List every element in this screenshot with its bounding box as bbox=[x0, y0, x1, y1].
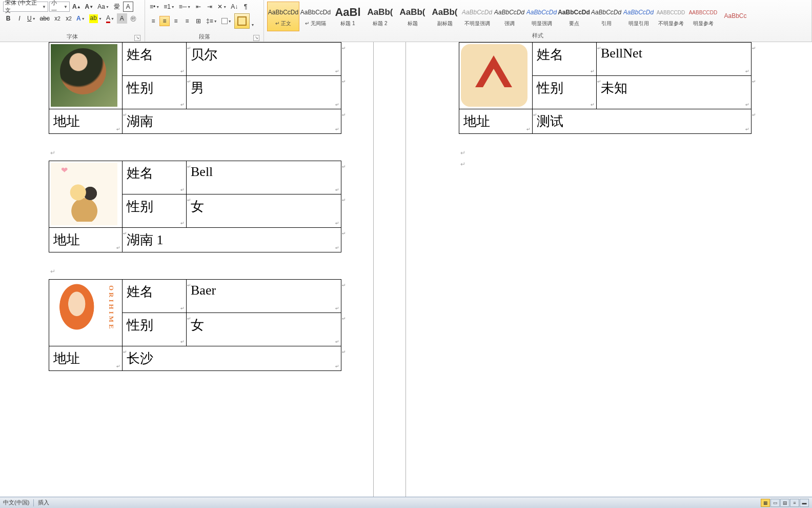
web-layout-view-button[interactable]: ▤ bbox=[780, 499, 789, 507]
profile-card-table[interactable]: 姓名↵↵贝尔↵↵性别↵↵男↵↵地址↵↵湖南↵↵ bbox=[49, 42, 341, 134]
show-marks-button[interactable]: ¶ bbox=[240, 2, 251, 12]
style-preview: AaBbCcDd bbox=[268, 6, 298, 19]
address-value-cell[interactable]: 湖南↵↵ bbox=[123, 109, 341, 134]
strikethrough-button[interactable]: abc bbox=[38, 13, 51, 24]
style-name-label: 明显引用 bbox=[628, 20, 649, 27]
print-layout-view-button[interactable]: ▦ bbox=[761, 499, 770, 507]
gender-value-cell[interactable]: 女↵↵ bbox=[187, 313, 341, 346]
style-name-label: 标题 bbox=[408, 20, 418, 27]
address-value-cell[interactable]: 湖南 1↵↵ bbox=[123, 228, 341, 252]
italic-button[interactable]: I bbox=[14, 13, 25, 24]
distributed-button[interactable]: ⊞ bbox=[193, 16, 204, 26]
address-value-cell[interactable]: 长沙↵↵ bbox=[123, 346, 341, 371]
status-separator bbox=[33, 499, 34, 506]
gender-value-cell[interactable]: 未知↵↵ bbox=[597, 76, 752, 109]
style-item-1[interactable]: AaBbCcDd↵ 无间隔 bbox=[299, 2, 332, 31]
profile-card-table[interactable]: 姓名↵↵BellNet↵↵性别↵↵未知↵↵地址↵↵测试↵↵ bbox=[459, 42, 752, 134]
fullscreen-reading-view-button[interactable]: ▭ bbox=[770, 499, 780, 507]
profile-card-table[interactable]: 姓名↵↵Baer↵↵性别↵↵女↵↵地址↵↵长沙↵↵ bbox=[49, 279, 341, 371]
style-preview: AABBCCDD bbox=[689, 6, 718, 19]
decrease-indent-button[interactable]: ⇤ bbox=[193, 2, 204, 12]
paragraph-dialog-launcher[interactable]: ↘ bbox=[253, 35, 259, 41]
style-preview: AaBb( bbox=[432, 6, 457, 19]
bold-button[interactable]: B bbox=[3, 13, 13, 24]
status-insert-mode[interactable]: 插入 bbox=[38, 499, 49, 506]
name-value-cell[interactable]: Baer↵↵ bbox=[187, 280, 341, 313]
style-item-2[interactable]: AaBl标题 1 bbox=[332, 2, 364, 31]
align-right-button[interactable]: ≡ bbox=[171, 16, 181, 26]
page-2[interactable]: 姓名↵↵BellNet↵↵性别↵↵未知↵↵地址↵↵测试↵↵↵↵ bbox=[410, 42, 812, 497]
style-name-label: 标题 1 bbox=[340, 20, 355, 27]
highlight-button[interactable]: ab▼ bbox=[88, 13, 104, 24]
photo-cell bbox=[459, 43, 533, 109]
style-item-12[interactable]: AABBCCDD不明显参考 bbox=[655, 2, 687, 31]
char-shading-button[interactable]: A bbox=[117, 13, 127, 24]
font-size-combo[interactable]: 小一▼ bbox=[49, 2, 70, 12]
style-item-6[interactable]: AaBbCcDd不明显强调 bbox=[461, 2, 493, 31]
styles-gallery[interactable]: AaBbCcDd↵ 正文AaBbCcDd↵ 无间隔AaBl标题 1AaBb(标题… bbox=[267, 2, 808, 31]
page-gap bbox=[369, 42, 410, 497]
address-label-cell: 地址↵↵ bbox=[459, 109, 533, 134]
align-left-button[interactable]: ≡ bbox=[148, 16, 158, 26]
asian-layout-button[interactable]: ✕▼ bbox=[216, 2, 228, 12]
multilevel-button[interactable]: ≡─▼ bbox=[177, 2, 192, 12]
style-item-10[interactable]: AaBbCcDd引用 bbox=[590, 2, 622, 31]
paragraph-mark: ↵ bbox=[50, 268, 369, 275]
grow-font-button[interactable]: A▲ bbox=[71, 2, 83, 12]
style-preview: AaBb( bbox=[367, 6, 393, 19]
photo-cell bbox=[49, 43, 123, 109]
status-language[interactable]: 中文(中国) bbox=[3, 499, 29, 506]
font-color-button[interactable]: A▼ bbox=[105, 13, 116, 24]
text-effects-button[interactable]: A▼ bbox=[75, 13, 87, 24]
group-font: 宋体 (中文正文▼ 小一▼ A▲ A▼ Aa▼ 愛 A B I U▼ abc x… bbox=[0, 0, 145, 42]
gender-value-cell[interactable]: 女↵↵ bbox=[187, 194, 341, 228]
style-preview: AABBCCDD bbox=[657, 6, 685, 19]
shrink-font-button[interactable]: A▼ bbox=[84, 2, 95, 12]
style-item-3[interactable]: AaBb(标题 2 bbox=[364, 2, 396, 31]
address-label-cell: 地址↵↵ bbox=[49, 346, 123, 371]
bullets-button[interactable]: ≡•▼ bbox=[148, 2, 161, 12]
subscript-button[interactable]: x2 bbox=[52, 13, 63, 24]
style-item-14[interactable]: AaBbCc bbox=[719, 2, 752, 31]
justify-button[interactable]: ≡ bbox=[182, 16, 192, 26]
increase-indent-button[interactable]: ⇥ bbox=[205, 2, 215, 12]
address-value-cell[interactable]: 测试↵↵ bbox=[533, 109, 752, 134]
style-name-label: 不明显强调 bbox=[464, 20, 490, 27]
align-center-button[interactable]: ≡ bbox=[159, 16, 170, 26]
numbering-button[interactable]: ≡1▼ bbox=[162, 2, 176, 12]
style-item-8[interactable]: AaBbCcDd明显强调 bbox=[525, 2, 558, 31]
name-value-cell[interactable]: Bell↵↵ bbox=[187, 161, 341, 194]
style-item-7[interactable]: AaBbCcDd强调 bbox=[493, 2, 525, 31]
name-value-cell[interactable]: 贝尔↵↵ bbox=[187, 43, 341, 76]
style-item-9[interactable]: AaBbCcDd要点 bbox=[558, 2, 590, 31]
name-value-cell[interactable]: BellNet↵↵ bbox=[597, 43, 752, 76]
draft-view-button[interactable]: ▬ bbox=[800, 499, 809, 507]
outline-view-button[interactable]: ≡ bbox=[790, 499, 799, 507]
enclose-char-button[interactable]: ㊕ bbox=[128, 13, 138, 24]
underline-button[interactable]: U▼ bbox=[26, 13, 37, 24]
style-item-11[interactable]: AaBbCcDd明显引用 bbox=[622, 2, 655, 31]
sort-button[interactable]: A↓ bbox=[229, 2, 239, 12]
style-name-label: 引用 bbox=[601, 20, 612, 27]
style-item-5[interactable]: AaBb(副标题 bbox=[429, 2, 461, 31]
character-border-button[interactable]: A bbox=[123, 2, 133, 12]
phonetic-guide-button[interactable]: 愛 bbox=[112, 2, 122, 12]
avatar-image bbox=[51, 44, 117, 107]
font-dialog-launcher[interactable]: ↘ bbox=[134, 35, 140, 41]
change-case-button[interactable]: Aa▼ bbox=[96, 2, 111, 12]
gender-label-cell: 性别↵↵ bbox=[123, 313, 187, 346]
style-item-0[interactable]: AaBbCcDd↵ 正文 bbox=[267, 2, 299, 31]
borders-button[interactable] bbox=[234, 13, 250, 29]
shading-button[interactable]: ▼ bbox=[220, 16, 233, 26]
style-item-4[interactable]: AaBb(标题 bbox=[396, 2, 429, 31]
style-item-13[interactable]: AABBCCDD明显参考 bbox=[687, 2, 719, 31]
style-name-label: 副标题 bbox=[437, 20, 453, 27]
superscript-button[interactable]: x2 bbox=[64, 13, 74, 24]
font-name-combo[interactable]: 宋体 (中文正文▼ bbox=[3, 2, 48, 12]
gender-value-cell[interactable]: 男↵↵ bbox=[187, 76, 341, 109]
profile-card-table[interactable]: 姓名↵↵Bell↵↵性别↵↵女↵↵地址↵↵湖南 1↵↵ bbox=[49, 161, 341, 252]
line-spacing-button[interactable]: ‡≡▼ bbox=[205, 16, 219, 26]
styles-group-label: 样式 bbox=[532, 32, 543, 38]
page-1[interactable]: 姓名↵↵贝尔↵↵性别↵↵男↵↵地址↵↵湖南↵↵↵姓名↵↵Bell↵↵性别↵↵女↵… bbox=[0, 42, 369, 497]
address-label-cell: 地址↵↵ bbox=[49, 228, 123, 252]
